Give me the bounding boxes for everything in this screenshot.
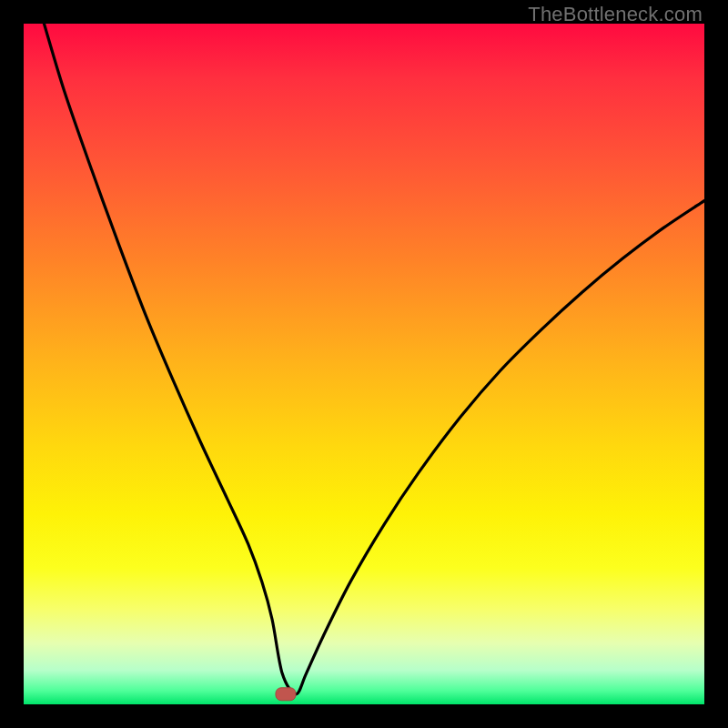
watermark-text: TheBottleneck.com: [528, 3, 703, 26]
plot-area: [24, 24, 704, 704]
chart-frame: TheBottleneck.com: [0, 0, 728, 728]
curve-layer: [24, 24, 704, 704]
svg-rect-0: [276, 688, 296, 701]
bottleneck-curve: [44, 24, 704, 694]
optimal-marker: [276, 688, 296, 701]
